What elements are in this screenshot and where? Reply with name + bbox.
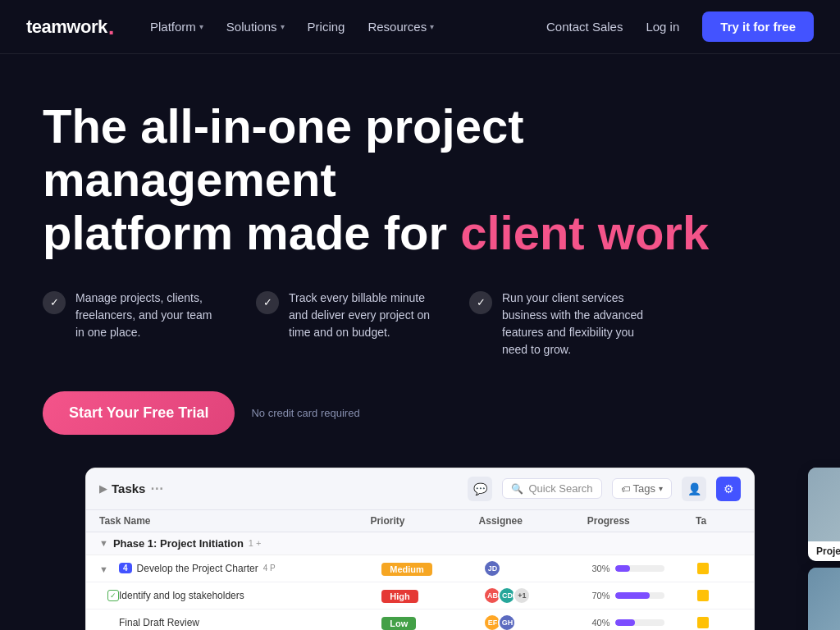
try-free-button[interactable]: Try it for free [702,11,814,42]
hero-actions: Start Your Free Trial No credit card req… [43,391,797,435]
video-card-label-1: Project Manager [808,541,840,561]
task-points: 4 P [263,564,276,573]
feature-text-3: Run your client services business with t… [502,290,650,358]
login-link[interactable]: Log in [636,13,689,40]
video-card-2 [808,568,840,630]
avatar: GH [498,614,516,630]
video-card-1: Project Manager [808,468,840,561]
subtask-checkbox[interactable]: ✓ [107,590,119,601]
expand-row-icon[interactable]: ▼ [99,564,108,574]
side-video-cards: Project Manager [808,468,840,630]
avatar: JD [483,559,501,578]
feature-text-1: Manage projects, clients, freelancers, a… [75,290,223,341]
assignee-cell: EF GH [486,614,591,630]
phase-label: Phase 1: Project Initiation [113,537,244,550]
chevron-down-icon: ▾ [659,484,663,493]
search-bar[interactable]: 🔍 Quick Search [502,478,601,499]
progress-cell: 70% [592,591,697,600]
dashboard-container: ▶ Tasks ⋯ 💬 🔍 Quick Search 🏷 Tags ▾ 👤 ⚙ [43,468,797,630]
navbar: teamwork. Platform ▾ Solutions ▾ Pricing… [0,0,840,54]
no-credit-card-label: No credit card required [251,407,359,419]
column-headers: Task Name Priority Assignee Progress Ta [86,510,754,532]
task-name: Final Draft Review [119,617,199,628]
chevron-down-icon: ▾ [281,22,285,31]
task-number-badge: 4 [119,563,132,573]
col-header-ta: Ta [696,515,741,527]
col-header-priority: Priority [370,515,478,527]
extra-col [697,590,741,601]
avatar-overflow: +1 [513,587,531,605]
person-icon-button[interactable]: 👤 [682,477,706,501]
hero-feature-1: ✓ Manage projects, clients, freelancers,… [43,290,223,358]
progress-bar-fill [615,619,635,626]
tags-filter[interactable]: 🏷 Tags ▾ [612,478,672,499]
assignee-stack: EF GH [486,614,591,630]
nav-item-platform[interactable]: Platform ▾ [140,13,213,40]
chevron-down-icon: ▾ [199,22,203,31]
priority-cell: Medium [381,561,486,576]
hero-headline: The all-in-one project management platfo… [43,100,765,260]
video-card-image-2 [808,568,840,630]
progress-bar-bg [615,619,664,626]
assignee-stack: AB CD +1 [486,587,591,605]
progress-bar-bg [615,565,664,572]
task-name-cell: Final Draft Review [119,617,381,628]
progress-pct: 30% [592,564,610,573]
assignee-cell: JD [486,559,591,578]
hero-feature-2: ✓ Track every billable minute and delive… [256,290,436,358]
status-indicator [697,563,709,574]
priority-badge: Low [381,617,416,630]
check-icon-3: ✓ [469,291,492,314]
headline-part2: platform made for [43,206,460,259]
progress-bar-bg [615,592,664,599]
hero-features: ✓ Manage projects, clients, freelancers,… [43,290,797,358]
feature-text-2: Track every billable minute and deliver … [289,290,436,341]
settings-icon-button[interactable]: ⚙ [716,477,741,501]
extra-col [697,563,741,574]
extra-col [697,617,741,628]
priority-badge: Medium [381,563,432,576]
col-header-assignee: Assignee [479,515,587,527]
table-row: ▼ 4 Develop the Project Charter 4 P Medi… [86,555,754,582]
task-name: Develop the Project Charter [137,563,258,574]
progress-cell: 40% [592,618,697,628]
tag-icon: 🏷 [621,484,630,494]
nav-item-solutions[interactable]: Solutions ▾ [217,13,294,40]
headline-highlight: client work [460,206,709,259]
task-name: Identify and log stakeholders [119,590,244,601]
hero-section: The all-in-one project management platfo… [0,54,840,468]
video-card-image-1 [808,468,840,541]
nav-item-resources[interactable]: Resources ▾ [358,13,444,40]
progress-cell: 30% [592,564,697,573]
hero-feature-3: ✓ Run your client services business with… [469,290,650,358]
assignee-cell: AB CD +1 [486,587,591,605]
status-indicator [697,617,709,628]
logo-text: teamwork [26,16,107,38]
more-options-icon[interactable]: ⋯ [150,481,165,496]
collapse-icon[interactable]: ▼ [99,538,108,548]
priority-cell: High [381,588,486,603]
nav-item-pricing[interactable]: Pricing [298,13,355,40]
start-free-trial-button[interactable]: Start Your Free Trial [43,391,235,435]
search-icon: 🔍 [511,483,523,495]
contact-sales-link[interactable]: Contact Sales [546,20,623,34]
dashboard-header-right: 💬 🔍 Quick Search 🏷 Tags ▾ 👤 ⚙ [468,477,741,501]
nav-items: Platform ▾ Solutions ▾ Pricing Resources… [140,13,444,40]
col-header-progress: Progress [587,515,696,527]
chevron-down-icon: ▾ [430,22,434,31]
check-icon-1: ✓ [43,291,66,314]
col-header-taskname: Task Name [99,515,370,527]
progress-pct: 70% [592,591,610,600]
nav-left: teamwork. Platform ▾ Solutions ▾ Pricing… [26,13,444,40]
logo[interactable]: teamwork. [26,16,114,38]
table-row: ✓ Identify and log stakeholders High AB … [86,582,754,609]
dashboard-preview: ▶ Tasks ⋯ 💬 🔍 Quick Search 🏷 Tags ▾ 👤 ⚙ [85,468,755,630]
search-placeholder: Quick Search [528,482,592,495]
task-name-cell: 4 Develop the Project Charter 4 P [119,563,381,574]
priority-cell: Low [381,615,486,630]
nav-right: Contact Sales Log in Try it for free [546,11,814,42]
tasks-label: ▶ Tasks ⋯ [99,481,165,496]
phase-row: ▼ Phase 1: Project Initiation 1 + [86,532,754,555]
assignee-stack: JD [486,559,591,578]
comment-icon-button[interactable]: 💬 [468,477,492,501]
